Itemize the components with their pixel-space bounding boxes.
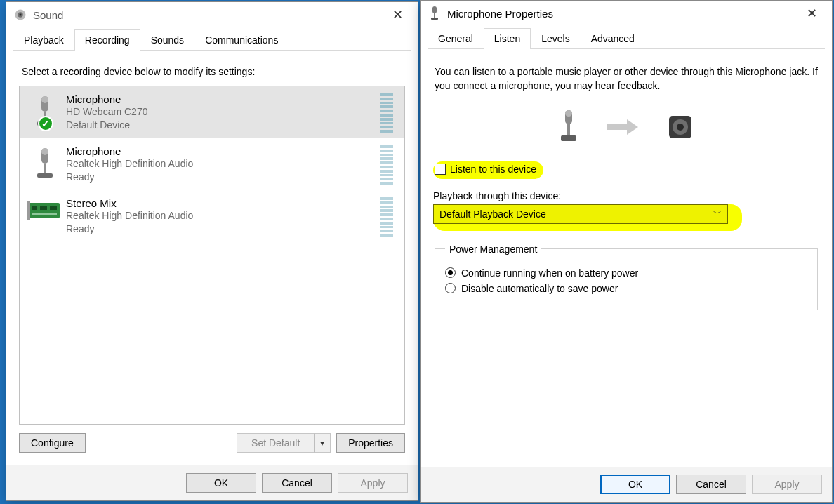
tab-advanced[interactable]: Advanced	[581, 28, 645, 49]
device-sub1: Realtek High Definition Audio	[66, 157, 380, 171]
svg-rect-4	[41, 96, 48, 103]
chevron-down-icon: ﹀	[713, 208, 722, 220]
sound-body: Select a recording device below to modif…	[6, 51, 418, 465]
device-row[interactable]: Microphone Realtek High Definition Audio…	[20, 138, 404, 190]
soundcard-icon	[24, 196, 66, 223]
playback-combo-highlight: Default Playback Device ﹀	[433, 204, 742, 231]
svg-rect-12	[32, 206, 37, 210]
svg-rect-18	[434, 13, 435, 18]
power-management-legend: Power Management	[445, 244, 541, 255]
speaker-icon	[666, 113, 694, 143]
tab-recording-label: Recording	[85, 34, 130, 46]
svg-rect-19	[431, 18, 438, 20]
svg-rect-13	[40, 206, 47, 210]
tab-sounds-label: Sounds	[151, 34, 184, 46]
cancel-button[interactable]: Cancel	[262, 473, 332, 493]
microphone-icon: ✓	[24, 92, 66, 130]
cancel-label: Cancel	[282, 477, 312, 489]
tab-playback[interactable]: Playback	[13, 29, 74, 51]
svg-rect-10	[37, 173, 53, 178]
chevron-down-icon: ▾	[314, 433, 331, 453]
props-footer: OK Cancel Apply	[421, 467, 832, 502]
listen-checkbox-highlight: Listen to this device	[433, 161, 543, 179]
tab-levels[interactable]: Levels	[531, 28, 580, 49]
ok-button[interactable]: OK	[600, 475, 670, 494]
device-row[interactable]: ✓ Microphone HD Webcam C270 Default Devi…	[20, 86, 404, 138]
apply-button: Apply	[752, 475, 822, 494]
close-icon[interactable]: ✕	[383, 4, 412, 25]
sound-tabs: Playback Recording Sounds Communications	[13, 29, 411, 51]
default-check-icon: ✓	[38, 116, 53, 131]
set-default-button: Set Default ▾	[237, 433, 331, 453]
level-meter	[380, 144, 400, 185]
svg-rect-21	[565, 110, 572, 117]
tab-recording[interactable]: Recording	[74, 29, 140, 51]
listen-illustration	[433, 110, 819, 146]
listen-description: You can listen to a portable music playe…	[435, 65, 818, 93]
tab-general[interactable]: General	[428, 28, 484, 49]
mic-properties-window: Microphone Properties ✕ General Listen L…	[420, 0, 833, 503]
svg-rect-8	[41, 148, 48, 155]
tab-advanced-label: Advanced	[591, 33, 635, 44]
svg-rect-11	[29, 203, 60, 218]
svg-rect-24	[607, 124, 627, 130]
speaker-icon	[13, 8, 27, 22]
listen-checkbox-label: Listen to this device	[450, 164, 536, 175]
svg-rect-16	[27, 201, 30, 220]
ok-button[interactable]: OK	[186, 473, 256, 493]
ok-label: OK	[214, 477, 228, 489]
svg-rect-23	[561, 135, 576, 141]
tab-sounds[interactable]: Sounds	[140, 29, 194, 51]
playback-device-selected: Default Playback Device	[439, 208, 546, 220]
sound-window: Sound ✕ Playback Recording Sounds Commun…	[6, 1, 418, 501]
sound-titlebar[interactable]: Sound ✕	[6, 2, 418, 27]
power-radio-disable-label: Disable automatically to save power	[461, 283, 618, 294]
sound-title: Sound	[33, 9, 383, 21]
properties-button[interactable]: Properties	[336, 433, 405, 453]
microphone-icon	[558, 110, 579, 146]
apply-label: Apply	[774, 479, 799, 490]
apply-button: Apply	[338, 473, 408, 493]
cancel-button[interactable]: Cancel	[676, 475, 746, 494]
props-titlebar[interactable]: Microphone Properties ✕	[421, 1, 832, 26]
sound-footer: OK Cancel Apply	[6, 465, 418, 500]
svg-rect-17	[432, 6, 437, 13]
close-icon[interactable]: ✕	[797, 3, 826, 24]
apply-label: Apply	[360, 477, 385, 489]
playback-device-combo[interactable]: Default Playback Device ﹀	[433, 204, 728, 224]
listen-checkbox[interactable]	[435, 164, 446, 175]
power-radio-disable[interactable]	[445, 283, 456, 293]
sound-button-row: Configure Set Default ▾ Properties	[19, 433, 405, 453]
power-management-group: Power Management Continue running when o…	[435, 244, 818, 310]
tab-communications[interactable]: Communications	[194, 29, 289, 51]
device-name: Microphone	[66, 145, 380, 157]
svg-rect-15	[32, 213, 57, 215]
power-radio-continue-label: Continue running when on battery power	[461, 267, 638, 279]
device-row[interactable]: Stereo Mix Realtek High Definition Audio…	[20, 190, 404, 242]
props-tabs: General Listen Levels Advanced	[428, 27, 825, 49]
power-radio-continue[interactable]	[445, 267, 456, 278]
device-name: Microphone	[66, 93, 380, 105]
tab-levels-label: Levels	[541, 33, 569, 44]
svg-point-28	[677, 124, 684, 131]
svg-rect-9	[44, 164, 46, 173]
tab-listen[interactable]: Listen	[484, 28, 531, 49]
svg-rect-22	[567, 124, 570, 135]
tab-playback-label: Playback	[24, 34, 64, 46]
tab-general-label: General	[438, 33, 473, 44]
level-meter	[380, 92, 400, 133]
device-sub2: Default Device	[66, 119, 380, 132]
svg-rect-14	[50, 206, 57, 210]
configure-label: Configure	[31, 437, 74, 449]
device-name: Stereo Mix	[66, 197, 380, 209]
recording-device-list[interactable]: ✓ Microphone HD Webcam C270 Default Devi…	[19, 86, 405, 425]
playback-through-label: Playback through this device:	[433, 190, 819, 201]
level-meter	[380, 196, 400, 237]
configure-button[interactable]: Configure	[19, 433, 86, 453]
microphone-icon	[24, 144, 66, 182]
tab-listen-label: Listen	[494, 33, 520, 44]
ok-label: OK	[628, 479, 642, 490]
device-sub2: Ready	[66, 171, 380, 184]
props-title: Microphone Properties	[447, 8, 797, 20]
props-body: You can listen to a portable music playe…	[421, 49, 832, 467]
